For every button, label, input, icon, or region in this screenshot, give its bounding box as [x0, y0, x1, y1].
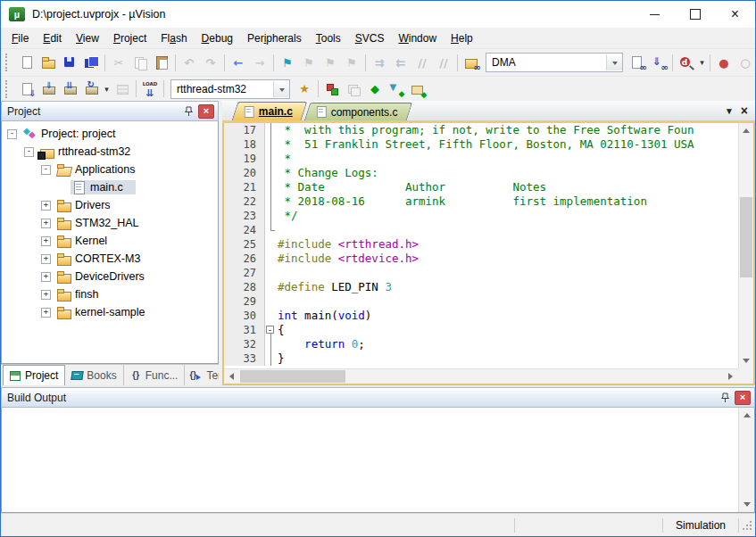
close-panel-button[interactable]: ×: [735, 391, 751, 405]
collapse-icon[interactable]: -: [41, 165, 51, 175]
open-file-button[interactable]: [37, 53, 59, 73]
build-output-scrollbar[interactable]: [738, 408, 754, 512]
tree-item-project-project[interactable]: -Project: project: [2, 125, 218, 143]
menu-flash[interactable]: Flash: [154, 29, 194, 47]
menu-view[interactable]: View: [69, 29, 106, 47]
document-tab-main-c[interactable]: main.c: [232, 102, 308, 120]
expand-icon[interactable]: +: [41, 201, 51, 211]
enable-disable-breakpoint-button[interactable]: [735, 53, 755, 73]
editor-vertical-scrollbar[interactable]: [738, 123, 753, 368]
menu-help[interactable]: Help: [444, 29, 480, 47]
scroll-right-button[interactable]: [724, 369, 738, 384]
toolbar-grip[interactable]: [5, 80, 12, 98]
scroll-left-button[interactable]: [224, 369, 238, 384]
tree-item-kernel[interactable]: +Kernel: [2, 232, 218, 250]
scroll-up-button[interactable]: [739, 408, 754, 422]
menu-tools[interactable]: Tools: [309, 29, 348, 47]
expand-icon[interactable]: +: [41, 236, 51, 246]
scroll-down-button[interactable]: [739, 354, 753, 368]
debug-options-dropdown-button[interactable]: ▾: [697, 53, 707, 73]
pin-button[interactable]: [181, 104, 195, 118]
tree-item-devicedrivers[interactable]: +DeviceDrivers: [2, 268, 218, 285]
batch-build-options-dropdown-button[interactable]: ▾: [102, 78, 112, 99]
tree-item-label: kernel-sample: [75, 306, 145, 318]
manage-multi-project-workspace-icon: [346, 82, 361, 96]
maximize-button[interactable]: [675, 1, 715, 28]
find-in-files-button[interactable]: [461, 53, 482, 73]
incremental-find-button[interactable]: [648, 53, 669, 73]
panel-tab-func[interactable]: Func...: [124, 365, 186, 385]
find-next-button[interactable]: [627, 53, 648, 73]
select-target-dropdown-button[interactable]: [273, 81, 289, 97]
insert-bookmark-button[interactable]: [277, 53, 298, 73]
save-all-button[interactable]: [80, 53, 102, 73]
tree-item-cortex-m3[interactable]: +CORTEX-M3: [2, 250, 218, 268]
find-text-combobox[interactable]: DMA: [486, 53, 623, 72]
collapse-icon[interactable]: -: [24, 147, 34, 157]
batch-build-button[interactable]: [80, 78, 102, 99]
close-document-button[interactable]: ×: [737, 104, 755, 117]
scroll-up-button[interactable]: [739, 123, 753, 137]
panel-tab-project[interactable]: Project: [3, 365, 65, 385]
tree-item-drivers[interactable]: +Drivers: [2, 196, 218, 214]
document-icon: [317, 106, 327, 118]
manage-run-time-environment-button[interactable]: [364, 78, 386, 99]
toolbar-grip[interactable]: [5, 54, 12, 71]
expand-icon[interactable]: +: [41, 254, 51, 264]
menu-edit[interactable]: Edit: [36, 29, 69, 47]
expand-icon[interactable]: +: [41, 219, 51, 228]
build-output-content[interactable]: [1, 408, 755, 513]
menu-peripherals[interactable]: Peripherals: [240, 29, 309, 47]
tree-node: Project: project: [21, 127, 128, 141]
file-extensions-books-environment-button[interactable]: [321, 78, 343, 99]
fold-collapse-icon[interactable]: [265, 323, 278, 337]
expand-icon[interactable]: +: [41, 290, 51, 300]
editor-horizontal-scrollbar[interactable]: [224, 368, 738, 384]
build-button[interactable]: [37, 78, 59, 99]
pack-installer-button[interactable]: [407, 78, 428, 99]
find-text-dropdown-button[interactable]: [606, 54, 622, 70]
rebuild-all-button[interactable]: [59, 78, 80, 99]
menu-window[interactable]: Window: [391, 29, 444, 47]
horizontal-scroll-thumb[interactable]: [240, 370, 345, 383]
menu-file[interactable]: File: [4, 29, 36, 47]
options-for-target-button[interactable]: [294, 78, 315, 99]
resize-grip[interactable]: [739, 517, 755, 533]
select-target-combobox[interactable]: rtthread-stm32: [170, 79, 290, 99]
expand-icon[interactable]: +: [41, 308, 51, 318]
code-text: #define LED_PIN 3: [278, 280, 392, 294]
translate-file-button[interactable]: [16, 78, 37, 99]
vertical-scroll-thumb[interactable]: [740, 197, 752, 278]
save-button[interactable]: [59, 53, 80, 73]
paste-button[interactable]: [151, 53, 172, 73]
close-button[interactable]: ×: [715, 1, 755, 28]
minimize-button[interactable]: [635, 1, 675, 28]
tree-item-stm32-hal[interactable]: +STM32_HAL: [2, 214, 218, 232]
navigate-back-button[interactable]: [228, 53, 249, 73]
close-panel-button[interactable]: ×: [198, 104, 214, 119]
pin-button[interactable]: [718, 391, 732, 404]
menu-svcs[interactable]: SVCS: [348, 29, 392, 47]
new-file-button[interactable]: [16, 53, 37, 73]
menu-project[interactable]: Project: [106, 29, 154, 47]
insert-remove-breakpoint-button[interactable]: [713, 53, 735, 73]
download-button[interactable]: [139, 78, 161, 99]
start-stop-debug-session-button[interactable]: [676, 53, 697, 73]
code-area[interactable]: 17 * with this program; if not, write to…: [224, 123, 738, 368]
select-software-packs-button[interactable]: [386, 78, 407, 99]
tab-list-dropdown-button[interactable]: ▼: [721, 106, 737, 116]
document-tab-components-c[interactable]: components.c: [304, 103, 412, 120]
line-number: 28: [224, 280, 265, 294]
status-separator: [514, 518, 515, 533]
collapse-icon[interactable]: -: [7, 129, 17, 139]
menu-debug[interactable]: Debug: [195, 29, 240, 47]
tree-item-main-c[interactable]: main.c: [2, 178, 218, 196]
expand-icon[interactable]: +: [41, 272, 51, 282]
tree-item-finsh[interactable]: +finsh: [2, 285, 218, 303]
panel-tab-books[interactable]: Books: [65, 365, 123, 385]
scroll-down-button[interactable]: [739, 498, 754, 512]
code-text: #include <rtdevice.h>: [278, 252, 419, 266]
tree-item-kernel-sample[interactable]: +kernel-sample: [2, 303, 218, 321]
tree-item-rtthread-stm32[interactable]: -rtthread-stm32: [2, 143, 218, 161]
tree-item-applications[interactable]: -Applications: [2, 161, 218, 178]
